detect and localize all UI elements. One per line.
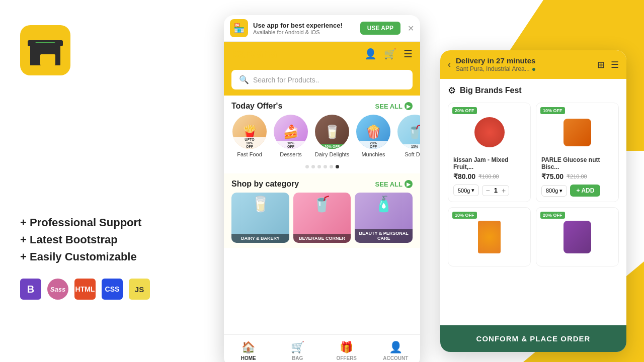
feature-support: + Professional Support <box>20 216 150 229</box>
product-card-1: 20% OFF kissan Jam - Mixed Fruit,... ₹80… <box>448 103 531 202</box>
product-img-4 <box>541 217 613 257</box>
delivery-action-icons: ⊞ ☰ <box>597 59 619 70</box>
hamburger-icon[interactable]: ☰ <box>611 59 619 70</box>
back-button[interactable]: ‹ <box>448 59 451 70</box>
css-icon: CSS <box>102 279 123 300</box>
offer-item-5[interactable]: 🥤 15% Soft D... <box>396 115 420 157</box>
category-beauty[interactable]: 🧴 BEAUTY & PERSONAL CARE <box>355 193 413 243</box>
karyana-logo: karyana <box>231 47 277 61</box>
offer-badge-4: 20%OFF <box>356 141 390 149</box>
nav-home-label: HOME <box>241 355 256 361</box>
banner-close-button[interactable]: ✕ <box>408 24 414 33</box>
qty-minus-1[interactable]: − <box>486 187 490 195</box>
offer-item-4[interactable]: 🍿 20%OFF Munchies <box>355 115 391 157</box>
category-title: Shop by category <box>231 179 299 189</box>
price-current-1: ₹80.00 <box>453 172 475 180</box>
dot-5[interactable] <box>330 165 333 168</box>
search-input-box[interactable]: 🔍 Search for Products.. <box>231 70 413 89</box>
product-img-3 <box>453 217 525 257</box>
nav-home[interactable]: 🏠 HOME <box>224 335 273 362</box>
cart-icon[interactable]: 🛒 <box>384 48 396 60</box>
banner-text: Use app for best experience! Available f… <box>253 22 355 35</box>
weight-chevron-1: ▾ <box>471 187 474 194</box>
product-img-2 <box>541 112 613 152</box>
product-name-1: kissan Jam - Mixed Fruit,... <box>453 156 525 170</box>
feature-bootstrap: + Latest Bootstrap <box>20 233 150 246</box>
dot-2[interactable] <box>311 165 315 168</box>
qty-value-1: 1 <box>492 187 500 194</box>
nav-offers-label: OFFERS <box>336 355 357 361</box>
user-icon[interactable]: 👤 <box>364 48 377 60</box>
product3-image <box>478 221 501 253</box>
karyana-nav-icons: 👤 🛒 ☰ <box>364 48 413 60</box>
dot-6[interactable] <box>336 165 339 168</box>
confirm-order-button[interactable]: CONFORM & PLACE ORDER <box>440 325 626 352</box>
nav-bag[interactable]: 🛒 BAG <box>273 335 323 362</box>
search-bar-container: 🔍 Search for Products.. <box>224 66 420 96</box>
nav-offers[interactable]: 🎁 OFFERS <box>322 335 371 362</box>
carousel-dots <box>224 162 420 173</box>
offer-label-3: Dairy Delights <box>315 151 349 157</box>
offer-circle-2: 🍰 10%OFF <box>274 115 308 149</box>
today-offers-header: Today Offer's SEE ALL ▶ <box>224 96 420 115</box>
left-panel: + Professional Support + Latest Bootstra… <box>20 25 150 300</box>
weight-chevron-2: ▾ <box>559 188 562 194</box>
offer-badge-3: 20% OFF <box>315 144 349 149</box>
offer-label-5: Soft D... <box>405 151 420 157</box>
offer-item-2[interactable]: 🍰 10%OFF Desserts <box>273 115 309 157</box>
product-img-1 <box>453 112 525 152</box>
filter-icon[interactable]: ⊞ <box>597 59 605 70</box>
price-original-1: ₹100.00 <box>478 173 499 180</box>
dot-3[interactable] <box>317 165 321 168</box>
logo-text: karyana <box>231 47 277 60</box>
qty-controls-1: − 1 + <box>482 185 509 196</box>
add-to-cart-btn-2[interactable]: + ADD <box>570 185 600 197</box>
nav-bag-label: BAG <box>292 355 303 361</box>
offer-item-1[interactable]: 🍟 UPTO10%OFF Fast Food <box>231 115 268 157</box>
app-logo <box>20 25 70 75</box>
category-dairy[interactable]: 🥛 DAIRY & BAKERY <box>231 193 289 243</box>
category-beverage[interactable]: 🥤 BEVERAGE CORNER <box>293 193 351 243</box>
delivery-address: Sant Pura, Industrial Area... ● <box>456 65 592 73</box>
logo-store <box>30 43 60 65</box>
see-all-categories[interactable]: SEE ALL ▶ <box>375 180 413 188</box>
offer-circle-4: 🍿 20%OFF <box>356 115 390 149</box>
delivery-time: Delivery in 27 minutes <box>456 56 592 65</box>
weight-select-1[interactable]: 500g ▾ <box>453 185 479 196</box>
offer-badge-1: UPTO10%OFF <box>232 137 267 149</box>
discount-badge-1: 20% OFF <box>452 107 477 114</box>
category-section: Shop by category SEE ALL ▶ 🥛 DAIRY & BAK… <box>224 173 420 248</box>
beverage-image: 🥤 <box>312 195 331 213</box>
karyana-phone: 🏪 Use app for best experience! Available… <box>224 15 420 362</box>
product-card-4: 20% OFF <box>536 207 619 266</box>
dot-4[interactable] <box>324 165 327 168</box>
offer-label-2: Desserts <box>280 151 301 157</box>
see-all-offers[interactable]: SEE ALL ▶ <box>375 102 413 110</box>
dairy-image: 🥛 <box>251 195 270 213</box>
product-grid: 20% OFF kissan Jam - Mixed Fruit,... ₹80… <box>440 100 626 269</box>
tech-icons: B Sass HTML CSS JS <box>20 279 150 300</box>
category-header: Shop by category SEE ALL ▶ <box>224 173 420 193</box>
nav-account-label: ACCOUNT <box>383 355 408 361</box>
bag-icon: 🛒 <box>291 341 304 354</box>
product-price-1: ₹80.00 ₹100.00 <box>453 172 525 180</box>
feature-customizable: + Easily Customizable <box>20 250 150 263</box>
discount-badge-4: 20% OFF <box>540 212 565 219</box>
discount-badge-3: 10% OFF <box>452 212 477 219</box>
qty-plus-1[interactable]: + <box>502 187 506 195</box>
menu-icon[interactable]: ☰ <box>404 48 413 60</box>
search-icon: 🔍 <box>239 75 249 84</box>
product-name-2: PARLE Glucose nutt Bisc... <box>541 156 613 170</box>
dot-1[interactable] <box>305 165 309 168</box>
search-placeholder-text: Search for Products.. <box>253 76 319 84</box>
beverage-label: BEVERAGE CORNER <box>293 234 351 243</box>
offer-item-3[interactable]: 🥛 20% OFF Dairy Delights <box>314 115 350 157</box>
delivery-info: Delivery in 27 minutes Sant Pura, Indust… <box>456 56 592 73</box>
features-list: + Professional Support + Latest Bootstra… <box>20 216 150 263</box>
use-app-button[interactable]: USE APP <box>360 22 400 35</box>
weight-select-2[interactable]: 800g ▾ <box>541 185 567 197</box>
home-icon: 🏠 <box>242 341 255 354</box>
nav-account[interactable]: 👤 ACCOUNT <box>371 335 421 362</box>
offers-carousel: 🍟 UPTO10%OFF Fast Food 🍰 10%OFF Desserts… <box>224 115 420 162</box>
product-price-2: ₹75.00 ₹210.00 <box>541 172 613 180</box>
